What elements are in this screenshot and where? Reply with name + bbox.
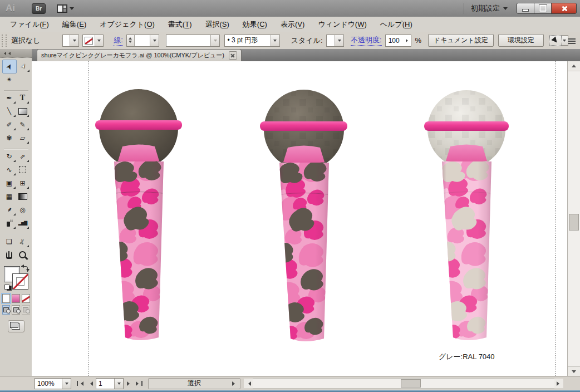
shape-builder-tool[interactable]: ▣ (3, 177, 16, 189)
horizontal-scrollbar-thumb[interactable] (401, 379, 421, 388)
mic-body[interactable] (437, 157, 493, 345)
opacity-spinner-icon[interactable] (405, 39, 411, 42)
swap-fill-stroke-icon[interactable] (21, 266, 28, 272)
rectangle-tool[interactable] (16, 105, 30, 117)
mic-neck[interactable] (283, 146, 325, 164)
slice-tool[interactable]: ✄ (16, 235, 30, 248)
panel-grip[interactable] (2, 35, 7, 47)
line-segment-tool[interactable]: ╲ (3, 105, 16, 117)
none-button[interactable] (22, 294, 30, 303)
pencil-tool[interactable]: ✎ (16, 118, 30, 131)
eraser-tool[interactable]: ▱ (16, 131, 30, 144)
zoom-level-select[interactable]: 100% (35, 378, 71, 389)
draw-normal-button[interactable] (2, 305, 11, 315)
workspace-switcher[interactable]: 初期設定 (471, 3, 508, 13)
next-artboard-button[interactable] (125, 379, 134, 388)
default-fill-stroke-icon[interactable] (4, 285, 12, 291)
arrange-documents-button[interactable] (57, 4, 74, 13)
opacity-input[interactable]: 100 (385, 35, 412, 47)
preferences-button[interactable]: 環境設定 (498, 34, 544, 47)
mic-neck[interactable] (446, 145, 487, 163)
microphone-dark-head[interactable] (95, 89, 182, 345)
last-artboard-button[interactable] (135, 379, 144, 388)
document-tab[interactable]: shureマイクピンクグレーカモフラ.ai @ 100%(CMYK/プレビュー) (37, 49, 242, 61)
variable-width-profile-select[interactable] (166, 35, 220, 47)
close-button[interactable] (552, 3, 576, 13)
mic-neck[interactable] (118, 145, 159, 163)
scroll-up-button[interactable] (568, 61, 580, 71)
close-document-icon[interactable] (229, 51, 237, 60)
select-similar-objects-button[interactable] (549, 35, 568, 46)
blob-brush-tool[interactable]: ✾ (3, 131, 16, 144)
stepper[interactable] (127, 35, 135, 46)
mic-body[interactable] (109, 157, 165, 345)
screen-mode-button[interactable] (8, 320, 24, 332)
gradient-tool[interactable] (16, 190, 30, 203)
menu-object[interactable]: オブジェクト(O) (93, 17, 161, 32)
menu-view[interactable]: 表示(V) (274, 17, 311, 32)
microphone-light-head[interactable] (424, 90, 509, 345)
paintbrush-tool[interactable]: ✐ (3, 118, 16, 131)
gray-color-annotation[interactable]: グレー:RAL 7040 (439, 352, 495, 362)
mic-body[interactable] (274, 158, 331, 346)
menu-help[interactable]: ヘルプ(H) (373, 17, 419, 32)
pen-tool[interactable]: ✒ (3, 91, 16, 104)
symbol-sprayer-tool[interactable] (3, 217, 16, 229)
stroke-color-select[interactable] (82, 35, 104, 47)
stroke-swatch-none[interactable] (12, 273, 28, 290)
hand-tool[interactable] (3, 248, 16, 261)
canvas[interactable]: グレー:RAL 7040 (32, 61, 568, 376)
eyedropper-tool[interactable]: ✒ (3, 203, 16, 216)
microphone-gray-head[interactable] (260, 90, 347, 346)
scroll-left-button[interactable] (244, 379, 253, 388)
panel-menu-icon[interactable] (568, 38, 575, 43)
menu-effect[interactable]: 効果(C) (236, 17, 274, 32)
magic-wand-tool[interactable]: ✴ (3, 73, 16, 86)
direct-selection-tool[interactable]: ➢ (17, 60, 30, 72)
artboard-number-select[interactable]: 1 (96, 378, 124, 389)
menu-edit[interactable]: 編集(E) (56, 17, 93, 32)
rotate-tool[interactable]: ↻ (3, 150, 16, 163)
menu-select[interactable]: 選択(S) (199, 17, 236, 32)
mic-band[interactable] (424, 121, 509, 131)
artboard-tool[interactable]: ❏ (3, 235, 16, 248)
color-button[interactable] (2, 294, 11, 303)
stroke-panel-link[interactable]: 線: (114, 35, 123, 46)
brush-definition-select[interactable]: • 3 pt 円形 (224, 35, 279, 47)
tools-panel-header[interactable] (0, 49, 32, 58)
blend-tool[interactable]: ◎ (16, 203, 30, 216)
scale-tool[interactable]: ⇗ (16, 150, 30, 163)
selection-tool[interactable]: ➤ (2, 60, 17, 74)
menu-file[interactable]: ファイル(F) (3, 17, 56, 32)
mesh-tool[interactable]: ▦ (3, 190, 16, 203)
status-display[interactable]: 選択 (148, 378, 240, 389)
graph-tool[interactable]: ▂▅▇ (16, 217, 30, 229)
first-artboard-button[interactable] (76, 379, 85, 388)
stroke-weight-select[interactable] (126, 35, 159, 47)
horizontal-scrollbar[interactable] (244, 379, 563, 388)
gradient-button[interactable] (12, 294, 20, 303)
menu-window[interactable]: ウィンドウ(W) (311, 17, 373, 32)
perspective-grid-tool[interactable]: ⊞ (16, 177, 30, 189)
menu-type[interactable]: 書式(T) (161, 17, 199, 32)
vertical-scrollbar[interactable] (567, 61, 580, 376)
vertical-scrollbar-thumb[interactable] (569, 214, 579, 231)
horizontal-scrollbar-track[interactable] (253, 378, 554, 389)
mic-band[interactable] (260, 121, 347, 131)
previous-artboard-button[interactable] (86, 379, 95, 388)
chevron-down-icon[interactable] (562, 35, 568, 46)
zoom-tool[interactable] (16, 248, 30, 261)
scroll-right-button[interactable] (554, 379, 563, 388)
scroll-down-button[interactable] (568, 366, 580, 376)
maximize-button[interactable] (534, 3, 552, 13)
draw-behind-button[interactable] (12, 305, 20, 315)
mic-band[interactable] (95, 120, 182, 130)
free-transform-tool[interactable] (16, 163, 30, 176)
width-tool[interactable]: ∿ (3, 163, 16, 176)
graphic-style-select[interactable] (326, 35, 345, 47)
draw-inside-button[interactable] (22, 305, 30, 315)
bridge-button[interactable]: Br (32, 3, 46, 14)
minimize-button[interactable] (517, 3, 534, 13)
document-setup-button[interactable]: ドキュメント設定 (428, 34, 494, 47)
fill-color-select[interactable] (62, 35, 80, 47)
